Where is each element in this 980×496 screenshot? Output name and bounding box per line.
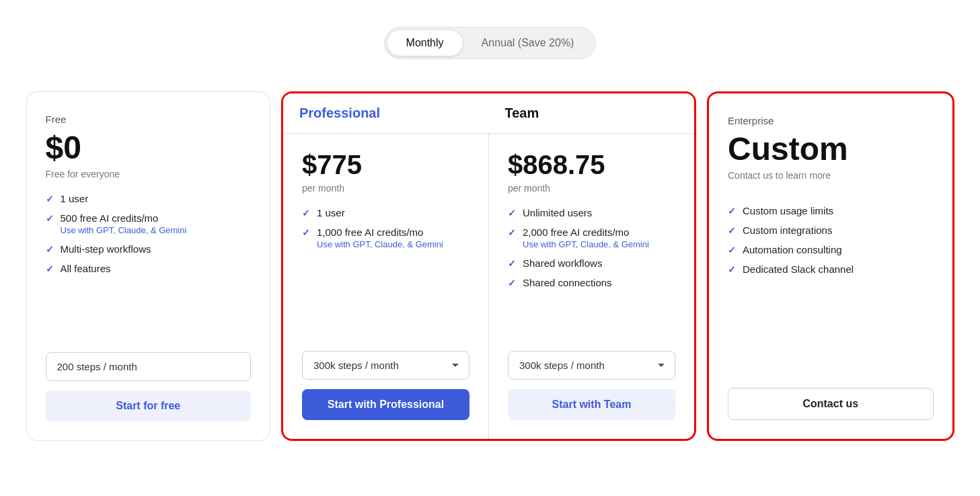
- check-icon: ✓: [728, 225, 736, 236]
- pro-team-card: Professional Team $775 per month ✓ 1 use…: [281, 91, 696, 441]
- annual-toggle[interactable]: Annual (Save 20%): [463, 30, 593, 56]
- free-feature-2: ✓ 500 free AI credits/moUse with GPT, Cl…: [46, 212, 252, 235]
- pro-price-sub: per month: [302, 183, 469, 194]
- team-price-sub: per month: [508, 183, 675, 194]
- check-icon: ✓: [508, 208, 516, 218]
- enterprise-cta-button[interactable]: Contact us: [728, 388, 934, 420]
- free-feature-4: ✓ All features: [46, 263, 252, 274]
- pro-features-list: ✓ 1 user ✓ 1,000 free AI credits/moUse w…: [302, 207, 469, 272]
- team-feature-1: ✓ Unlimited users: [508, 207, 675, 218]
- enterprise-feature-4: ✓ Dedicated Slack channel: [728, 263, 934, 275]
- enterprise-features-list: ✓ Custom usage limits ✓ Custom integrati…: [728, 205, 934, 329]
- enterprise-tier-label: Enterprise: [728, 115, 934, 126]
- check-icon: ✓: [728, 264, 736, 275]
- free-cta-button[interactable]: Start for free: [46, 390, 252, 421]
- check-icon: ✓: [508, 227, 516, 238]
- team-cta-button[interactable]: Start with Team: [508, 389, 675, 420]
- check-icon: ✓: [728, 206, 736, 216]
- check-icon: ✓: [302, 227, 310, 238]
- enterprise-feature-2: ✓ Custom integrations: [728, 224, 934, 236]
- free-tier-label: Free: [46, 114, 252, 125]
- professional-tab[interactable]: Professional: [283, 93, 489, 133]
- billing-toggle: Monthly Annual (Save 20%): [384, 27, 597, 59]
- check-icon: ✓: [508, 278, 516, 288]
- free-plan-card: Free $0 Free for everyone ✓ 1 user ✓ 500…: [26, 91, 271, 441]
- check-icon: ✓: [46, 194, 54, 204]
- enterprise-price-sub: Contact us to learn more: [728, 170, 934, 181]
- pro-feature-1: ✓ 1 user: [302, 207, 469, 218]
- enterprise-feature-3: ✓ Automation consulting: [728, 244, 934, 255]
- free-feature-3: ✓ Multi-step workflows: [46, 243, 252, 255]
- team-feature-2: ✓ 2,000 free AI credits/moUse with GPT, …: [508, 226, 675, 249]
- check-icon: ✓: [302, 208, 310, 218]
- check-icon: ✓: [46, 244, 54, 255]
- pro-team-tabs: Professional Team: [283, 93, 694, 134]
- plans-grid: Free $0 Free for everyone ✓ 1 user ✓ 500…: [26, 91, 954, 441]
- enterprise-price: Custom: [728, 130, 934, 167]
- team-steps-select[interactable]: 300k steps / month 500k steps / month 1M…: [508, 351, 675, 380]
- enterprise-plan-card: Enterprise Custom Contact us to learn mo…: [707, 91, 954, 441]
- pro-team-content: $775 per month ✓ 1 user ✓ 1,000 free AI …: [283, 134, 694, 439]
- free-feature-1: ✓ 1 user: [46, 193, 252, 204]
- team-column: $868.75 per month ✓ Unlimited users ✓ 2,…: [489, 134, 694, 439]
- check-icon: ✓: [508, 258, 516, 269]
- team-tab[interactable]: Team: [489, 93, 695, 133]
- free-steps-input: 200 steps / month: [46, 352, 252, 381]
- team-feature-4: ✓ Shared connections: [508, 277, 675, 288]
- professional-column: $775 per month ✓ 1 user ✓ 1,000 free AI …: [283, 134, 489, 439]
- enterprise-feature-1: ✓ Custom usage limits: [728, 205, 934, 216]
- pro-steps-select[interactable]: 300k steps / month 500k steps / month 1M…: [302, 351, 469, 380]
- free-price-sub: Free for everyone: [46, 169, 252, 179]
- check-icon: ✓: [728, 245, 736, 255]
- pro-feature-2: ✓ 1,000 free AI credits/moUse with GPT, …: [302, 226, 469, 249]
- team-features-list: ✓ Unlimited users ✓ 2,000 free AI credit…: [508, 207, 675, 296]
- monthly-toggle[interactable]: Monthly: [387, 30, 463, 56]
- team-price: $868.75: [508, 150, 675, 180]
- free-price: $0: [46, 129, 252, 166]
- free-features-list: ✓ 1 user ✓ 500 free AI credits/moUse wit…: [46, 193, 252, 339]
- pro-cta-button[interactable]: Start with Professional: [302, 389, 469, 420]
- pro-price: $775: [302, 150, 469, 180]
- check-icon: ✓: [46, 213, 54, 224]
- team-feature-3: ✓ Shared workflows: [508, 257, 675, 269]
- check-icon: ✓: [46, 263, 54, 274]
